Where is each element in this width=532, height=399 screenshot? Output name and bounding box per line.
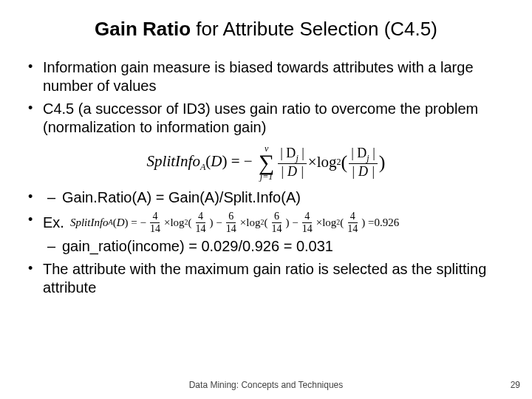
footer-text: Data Mining: Concepts and Techniques [0,380,532,390]
bullet-list-2: Gain.Ratio(A) = Gain(A)/Split.Info(A) Ex… [22,188,510,297]
fraction: | Dj | | D | [349,146,378,178]
sigma-icon: v ∑ j=1 [259,144,274,181]
bullet-list: Information gain measure is biased towar… [22,58,510,137]
bullet-4-sub: gain_ratio(income) = 0.029/0.926 = 0.031 [43,237,510,256]
page-number: 29 [511,380,520,390]
split-info-example: SplitInfoA(D) = − 414 ×log2(414) − 614 ×… [70,211,399,234]
title-rest: for Attribute Selection (C4.5) [191,18,437,40]
bullet-4: Ex. SplitInfoA(D) = − 414 ×log2(414) − 6… [22,211,510,256]
bullet-2: C4.5 (a successor of ID3) uses gain rati… [22,100,510,137]
fraction: | Dj | | D | [278,146,307,178]
bullet-1: Information gain measure is biased towar… [22,58,510,95]
title-bold: Gain Ratio [95,18,191,40]
slide-title: Gain Ratio for Attribute Selection (C4.5… [22,18,510,41]
bullet-3-wrap: Gain.Ratio(A) = Gain(A)/Split.Info(A) [22,188,510,207]
bullet-5: The attribute with the maximum gain rati… [22,260,510,297]
ex-label: Ex. [43,214,64,232]
bullet-3-sub: Gain.Ratio(A) = Gain(A)/Split.Info(A) [43,188,510,207]
split-info-formula: SplitInfoA(D) = − v ∑ j=1 | Dj | | D | ×… [22,144,510,181]
